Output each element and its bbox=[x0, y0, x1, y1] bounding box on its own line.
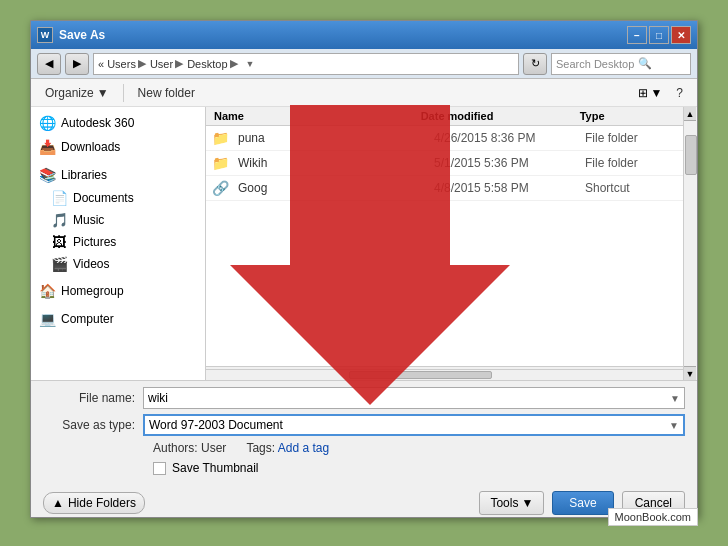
sidebar-section-libraries: 📚 Libraries 📄 Documents 🎵 Music 🖼 Pictur… bbox=[31, 163, 205, 275]
sidebar-section-homegroup: 🏠 Homegroup bbox=[31, 279, 205, 303]
maximize-button[interactable]: □ bbox=[649, 26, 669, 44]
sidebar-item-homegroup[interactable]: 🏠 Homegroup bbox=[31, 279, 205, 303]
breadcrumb-users[interactable]: « Users ▶ bbox=[98, 57, 146, 70]
view-dropdown-icon: ▼ bbox=[650, 86, 662, 100]
folder-icon: 📁 bbox=[210, 130, 230, 146]
saveas-dropdown-icon[interactable]: ▼ bbox=[669, 420, 679, 431]
path-dropdown-arrow[interactable]: ▼ bbox=[246, 59, 255, 69]
shortcut-icon: 🔗 bbox=[210, 180, 230, 196]
hide-folders-label: Hide Folders bbox=[68, 496, 136, 510]
table-row[interactable]: 📁 puna 4/26/2015 8:36 PM File folder bbox=[206, 126, 683, 151]
horizontal-scrollbar[interactable] bbox=[206, 366, 683, 380]
filename-dropdown-icon[interactable]: ▼ bbox=[670, 393, 680, 404]
sidebar-item-documents-label: Documents bbox=[73, 191, 134, 205]
sidebar-item-pictures-label: Pictures bbox=[73, 235, 116, 249]
file-list-header: Name Date modified Type bbox=[206, 107, 683, 126]
col-header-date[interactable]: Date modified bbox=[413, 110, 572, 122]
watermark: MoonBook.com bbox=[608, 508, 698, 526]
app-icon: W bbox=[37, 27, 53, 43]
col-header-name[interactable]: Name bbox=[206, 110, 413, 122]
col-header-type[interactable]: Type bbox=[572, 110, 683, 122]
breadcrumb-desktop-label: Desktop bbox=[187, 58, 227, 70]
saveas-dropdown[interactable]: Word 97-2003 Document ▼ bbox=[143, 414, 685, 436]
hscroll-thumb[interactable] bbox=[349, 371, 492, 379]
file-date-wikih: 5/1/2015 5:36 PM bbox=[426, 156, 577, 170]
watermark-text: MoonBook.com bbox=[615, 511, 691, 523]
filename-value: wiki bbox=[148, 391, 168, 405]
address-path[interactable]: « Users ▶ User ▶ Desktop ▶ ▼ bbox=[93, 53, 519, 75]
thumbnail-label: Save Thumbnail bbox=[172, 461, 259, 475]
authors-label: Authors: User bbox=[153, 441, 226, 455]
col-name-label: Name bbox=[214, 110, 244, 122]
toolbar: Organize ▼ New folder ⊞ ▼ ? bbox=[31, 79, 697, 107]
dialog-title: Save As bbox=[59, 28, 105, 42]
hide-folders-arrow-icon: ▲ bbox=[52, 496, 64, 510]
sidebar-item-downloads[interactable]: 📥 Downloads bbox=[31, 135, 205, 159]
sidebar-item-libraries[interactable]: 📚 Libraries bbox=[31, 163, 205, 187]
organize-label: Organize bbox=[45, 86, 94, 100]
tags-label: Tags: Add a tag bbox=[246, 441, 329, 455]
scroll-up-button[interactable]: ▲ bbox=[684, 107, 696, 121]
breadcrumb-user[interactable]: User ▶ bbox=[150, 57, 183, 70]
new-folder-label: New folder bbox=[138, 86, 195, 100]
saveas-row: Save as type: Word 97-2003 Document ▼ bbox=[43, 414, 685, 436]
back-button[interactable]: ◀ bbox=[37, 53, 61, 75]
tools-button[interactable]: Tools ▼ bbox=[479, 491, 544, 515]
file-type-wikih: File folder bbox=[577, 156, 683, 170]
table-row[interactable]: 🔗 Goog 4/8/2015 5:58 PM Shortcut bbox=[206, 176, 683, 201]
help-icon: ? bbox=[676, 86, 683, 100]
refresh-button[interactable]: ↻ bbox=[523, 53, 547, 75]
table-row[interactable]: 📁 Wikih 5/1/2015 5:36 PM File folder bbox=[206, 151, 683, 176]
sidebar-item-music[interactable]: 🎵 Music bbox=[31, 209, 205, 231]
sidebar-item-documents[interactable]: 📄 Documents bbox=[31, 187, 205, 209]
downloads-icon: 📥 bbox=[39, 139, 55, 155]
bottom-section: File name: wiki ▼ Save as type: Word 97-… bbox=[31, 380, 697, 487]
address-bar: ◀ ▶ « Users ▶ User ▶ Desktop ▶ ▼ ↻ Se bbox=[31, 49, 697, 79]
tools-label: Tools bbox=[490, 496, 518, 510]
authors-value: User bbox=[201, 441, 226, 455]
content-area: 🌐 Autodesk 360 📥 Downloads 📚 Libraries 📄… bbox=[31, 107, 697, 380]
sidebar-item-autodesk360[interactable]: 🌐 Autodesk 360 bbox=[31, 111, 205, 135]
thumbnail-checkbox[interactable] bbox=[153, 462, 166, 475]
view-options[interactable]: ⊞ ▼ bbox=[638, 86, 662, 100]
sidebar-item-computer[interactable]: 💻 Computer bbox=[31, 307, 205, 331]
meta-row: Authors: User Tags: Add a tag bbox=[153, 441, 685, 455]
computer-icon: 💻 bbox=[39, 311, 55, 327]
vertical-scrollbar[interactable]: ▲ ▼ bbox=[683, 107, 697, 380]
forward-button[interactable]: ▶ bbox=[65, 53, 89, 75]
music-icon: 🎵 bbox=[51, 212, 67, 228]
filename-label: File name: bbox=[43, 391, 143, 405]
breadcrumb-users-label: « Users bbox=[98, 58, 136, 70]
sidebar-item-music-label: Music bbox=[73, 213, 104, 227]
sidebar-item-pictures[interactable]: 🖼 Pictures bbox=[31, 231, 205, 253]
saveas-label: Save as type: bbox=[43, 418, 143, 432]
autodesk-icon: 🌐 bbox=[39, 115, 55, 131]
minimize-button[interactable]: − bbox=[627, 26, 647, 44]
save-button[interactable]: Save bbox=[552, 491, 613, 515]
sidebar-item-homegroup-label: Homegroup bbox=[61, 284, 124, 298]
col-date-label: Date modified bbox=[421, 110, 494, 122]
breadcrumb-desktop[interactable]: Desktop ▶ bbox=[187, 57, 237, 70]
filename-row: File name: wiki ▼ bbox=[43, 387, 685, 409]
file-name-goog: Goog bbox=[230, 181, 426, 195]
new-folder-button[interactable]: New folder bbox=[132, 84, 201, 102]
organize-button[interactable]: Organize ▼ bbox=[39, 84, 115, 102]
help-button[interactable]: ? bbox=[670, 84, 689, 102]
documents-icon: 📄 bbox=[51, 190, 67, 206]
file-type-goog: Shortcut bbox=[577, 181, 683, 195]
close-button[interactable]: ✕ bbox=[671, 26, 691, 44]
breadcrumb-user-label: User bbox=[150, 58, 173, 70]
search-box[interactable]: Search Desktop 🔍 bbox=[551, 53, 691, 75]
hide-folders-button[interactable]: ▲ Hide Folders bbox=[43, 492, 145, 514]
saveas-value: Word 97-2003 Document bbox=[149, 418, 283, 432]
filename-input[interactable]: wiki ▼ bbox=[143, 387, 685, 409]
sidebar-item-videos-label: Videos bbox=[73, 257, 109, 271]
file-list: Name Date modified Type 📁 puna 4/26/2015… bbox=[206, 107, 683, 366]
toolbar-separator bbox=[123, 84, 124, 102]
tags-link[interactable]: Add a tag bbox=[278, 441, 329, 455]
scroll-down-button[interactable]: ▼ bbox=[684, 366, 696, 380]
sidebar-item-downloads-label: Downloads bbox=[61, 140, 120, 154]
sidebar-item-videos[interactable]: 🎬 Videos bbox=[31, 253, 205, 275]
title-bar: W Save As − □ ✕ bbox=[31, 21, 697, 49]
scroll-thumb[interactable] bbox=[685, 135, 697, 175]
